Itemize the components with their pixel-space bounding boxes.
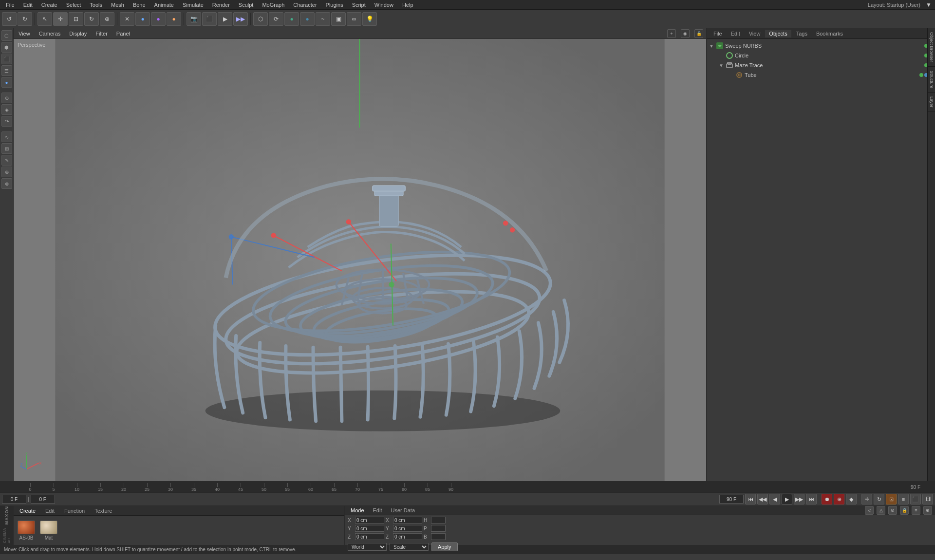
view-light-btn[interactable]: 💡 <box>362 12 377 26</box>
fps-input[interactable] <box>31 495 55 504</box>
viewport-cameras-menu[interactable]: Cameras <box>37 30 63 37</box>
attr-tb-4[interactable]: 🔒 <box>900 506 909 515</box>
menu-sculpt[interactable]: Sculpt <box>235 1 258 9</box>
menu-mograph[interactable]: MoGraph <box>258 1 288 9</box>
tab-tags[interactable]: Tags <box>792 30 811 37</box>
tl-btn-next[interactable]: ▶▶ <box>794 494 804 504</box>
view-deform-btn[interactable]: ● <box>300 12 315 26</box>
sidebar-icon-spline[interactable]: ∿ <box>1 131 12 142</box>
tree-item-tube[interactable]: Tube <box>707 70 935 80</box>
y-input[interactable] <box>355 525 384 532</box>
tl-btn-rot[interactable]: ↻ <box>874 494 884 504</box>
viewport-panel-menu[interactable]: Panel <box>114 30 132 37</box>
render-view-btn[interactable]: ▶ <box>218 12 232 26</box>
mat-tab-create[interactable]: Create <box>16 507 39 515</box>
obj-select-btn[interactable]: ● <box>135 12 150 26</box>
tl-btn-film[interactable]: 🎞 <box>922 494 933 504</box>
scale-tool-btn[interactable]: ⊡ <box>69 12 83 26</box>
sidebar-icon-tools[interactable]: ⊞ <box>1 143 12 154</box>
view-stereo-btn[interactable]: ∞ <box>347 12 361 26</box>
rotate-tool-btn[interactable]: ↻ <box>84 12 99 26</box>
tab-edit[interactable]: Edit <box>727 30 744 37</box>
menu-file[interactable]: File <box>2 1 19 9</box>
tl-btn-prev[interactable]: ◀ <box>769 494 780 504</box>
tree-expand-sweep[interactable]: ▼ <box>709 43 714 49</box>
menu-select[interactable]: Select <box>62 1 85 9</box>
menu-render[interactable]: Render <box>208 1 234 9</box>
view-3d-btn[interactable]: ⬡ <box>253 12 268 26</box>
x-input[interactable] <box>355 517 384 523</box>
tab-file[interactable]: File <box>710 30 726 37</box>
view-texture-btn[interactable]: ⟳ <box>269 12 283 26</box>
render-btn[interactable]: ▶▶ <box>233 12 248 26</box>
b-input[interactable] <box>431 533 446 540</box>
menu-help[interactable]: Help <box>398 1 417 9</box>
world-dropdown[interactable]: World Object <box>348 543 387 551</box>
mat-tab-texture[interactable]: Texture <box>91 507 116 515</box>
view-spline-btn[interactable]: ~ <box>316 12 330 26</box>
camera-btn[interactable]: 📷 <box>187 12 201 26</box>
sidebar-icon-pose[interactable]: ⊗ <box>1 178 12 189</box>
transform-tool-btn[interactable]: ⊕ <box>100 12 114 26</box>
menu-bone[interactable]: Bone <box>129 1 150 9</box>
tab-objects[interactable]: Objects <box>765 30 791 37</box>
tree-item-circle[interactable]: Circle <box>707 51 935 60</box>
menu-script[interactable]: Script <box>348 1 370 9</box>
viewport-icon-lock[interactable]: 🔒 <box>694 29 703 38</box>
attr-tb-1[interactable]: ◁ <box>865 506 874 515</box>
tab-view[interactable]: View <box>745 30 765 37</box>
tl-btn-scale[interactable]: ⊡ <box>886 494 897 504</box>
attr-tb-3[interactable]: ⊙ <box>888 506 897 515</box>
tree-item-sweep-nurbs[interactable]: ▼ Sweep NURBS <box>707 41 935 51</box>
current-frame-input[interactable] <box>2 495 26 504</box>
scale-dropdown[interactable]: Scale <box>390 543 429 551</box>
menu-simulate[interactable]: Simulate <box>179 1 207 9</box>
tree-expand-maze[interactable]: ▼ <box>718 62 724 68</box>
sidebar-icon-poly[interactable]: ⬛ <box>1 54 12 64</box>
viewport-icon-add[interactable]: + <box>667 29 676 38</box>
attr-userdata-btn[interactable]: User Data <box>388 506 418 514</box>
sidebar-icon-sculpt[interactable]: ⊕ <box>1 167 12 177</box>
tree-expand-tube[interactable] <box>728 72 734 78</box>
tab-bookmarks[interactable]: Bookmarks <box>812 30 847 37</box>
vtab-layer[interactable]: Layer <box>928 93 935 112</box>
vtab-structure[interactable]: Structure <box>928 67 935 93</box>
sidebar-icon-object[interactable]: ● <box>1 77 12 88</box>
menu-create[interactable]: Create <box>37 1 61 9</box>
sidebar-icon-uvw[interactable]: ☰ <box>1 65 12 76</box>
view-flat-btn[interactable]: ▣ <box>331 12 346 26</box>
p-input[interactable] <box>431 525 446 532</box>
vtab-object-browser[interactable]: Object Browser <box>928 28 935 67</box>
attr-tb-2[interactable]: △ <box>877 506 885 515</box>
tl-btn-param[interactable]: ≡ <box>898 494 909 504</box>
menu-mesh[interactable]: Mesh <box>107 1 128 9</box>
attr-tb-5[interactable]: ≡ <box>912 506 920 515</box>
render-region-btn[interactable]: ⬛ <box>202 12 217 26</box>
tl-btn-record[interactable]: ⏺ <box>822 494 832 504</box>
viewport-filter-menu[interactable]: Filter <box>94 30 109 37</box>
viewport-view-menu[interactable]: View <box>17 30 32 37</box>
z2-input[interactable] <box>393 533 422 540</box>
attr-edit-btn[interactable]: Edit <box>370 506 385 514</box>
timeline-ruler[interactable]: 0 5 10 15 20 25 30 35 40 45 50 55 60 65 … <box>0 482 935 492</box>
y2-input[interactable] <box>393 525 422 532</box>
tree-expand-circle[interactable] <box>718 53 724 58</box>
menu-edit[interactable]: Edit <box>19 1 37 9</box>
tl-btn-keyframe[interactable]: ◆ <box>846 494 857 504</box>
sidebar-icon-camera[interactable]: ◈ <box>1 104 12 115</box>
move-tool-btn[interactable]: ✛ <box>53 12 68 26</box>
sidebar-icon-bend[interactable]: ↷ <box>1 116 12 127</box>
frame-end-input[interactable] <box>719 495 744 504</box>
menu-tools[interactable]: Tools <box>86 1 106 9</box>
undo-btn[interactable]: ↺ <box>2 12 17 26</box>
menu-plugins[interactable]: Plugins <box>322 1 347 9</box>
sidebar-icon-paint[interactable]: ✎ <box>1 155 12 166</box>
view-material-btn[interactable]: ● <box>284 12 299 26</box>
tl-btn-end[interactable]: ⏭ <box>806 494 817 504</box>
tl-btn-prev-key[interactable]: ◀◀ <box>757 494 768 504</box>
obj-edge-btn[interactable]: ● <box>167 12 181 26</box>
viewport[interactable]: View Cameras Display Filter Panel + ◉ 🔒 … <box>14 28 706 481</box>
apply-button[interactable]: Apply <box>431 542 458 551</box>
obj-create-btn[interactable]: ✕ <box>120 12 134 26</box>
obj-poly-btn[interactable]: ● <box>151 12 166 26</box>
